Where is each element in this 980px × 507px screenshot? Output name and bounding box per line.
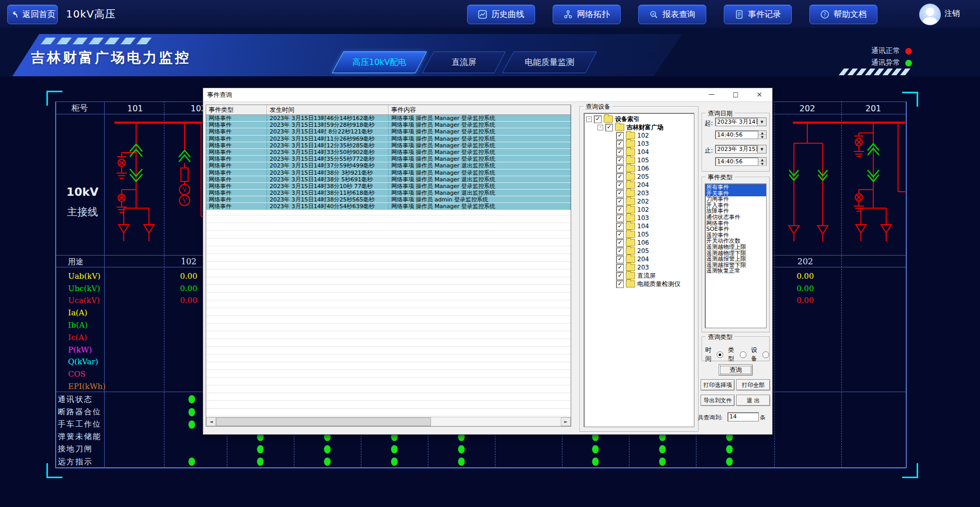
- tree-device-label[interactable]: 204: [637, 256, 649, 263]
- checkbox-checked[interactable]: ✓: [616, 272, 624, 280]
- nav-button-help-docs[interactable]: ? 帮助文档: [809, 5, 877, 24]
- user-avatar-icon[interactable]: [919, 4, 941, 25]
- tree-device-item[interactable]: ✓ 103: [586, 214, 694, 222]
- checkbox-checked[interactable]: ✓: [616, 157, 624, 164]
- tree-device-label[interactable]: 104: [637, 223, 649, 230]
- horizontal-scrollbar[interactable]: ◄ ►: [206, 417, 571, 426]
- event-type-option[interactable]: 遥测恢复正常: [705, 268, 766, 274]
- tab-power-quality[interactable]: 电能质量监测: [508, 52, 591, 73]
- checkbox-checked[interactable]: ✓: [605, 124, 613, 131]
- nav-button-network-topology[interactable]: 网络拓扑: [553, 5, 621, 24]
- tab-dc-panel[interactable]: 直流屏: [428, 52, 500, 73]
- radio-selected-icon[interactable]: [717, 351, 723, 358]
- checkbox-checked[interactable]: ✓: [616, 264, 624, 272]
- logout-button[interactable]: 注销: [944, 9, 960, 19]
- tree-device-label[interactable]: 205: [637, 247, 649, 255]
- event-table-row[interactable]: 网络事件 2023年 3月15日14时38分 3秒921毫秒 网络事项 操作员 …: [206, 170, 571, 176]
- dropdown-arrow-icon[interactable]: ▼: [758, 145, 767, 154]
- dialog-title-bar[interactable]: 事件查询 — □ ×: [203, 88, 772, 102]
- tree-device-item[interactable]: ✓ 105: [586, 230, 694, 239]
- to-time-value[interactable]: 14:40:56: [715, 157, 758, 166]
- result-count-field[interactable]: 14: [727, 412, 759, 421]
- checkbox-checked[interactable]: ✓: [616, 165, 624, 173]
- dropdown-arrow-icon[interactable]: ▼: [758, 117, 767, 126]
- checkbox-checked[interactable]: ✓: [616, 140, 624, 148]
- radio-option-type[interactable]: 类型: [728, 346, 746, 363]
- print-selected-button[interactable]: 打印选择项: [701, 379, 735, 391]
- tree-device-item[interactable]: ✓ 203: [586, 189, 694, 197]
- checkbox-checked[interactable]: ✓: [616, 148, 624, 156]
- tree-site-label[interactable]: 吉林财富广场: [626, 123, 663, 132]
- nav-button-event-records[interactable]: 事件记录: [724, 5, 792, 24]
- tree-device-item[interactable]: ✓ 202: [586, 197, 694, 206]
- tab-hv-10kv-distribution[interactable]: 高压10kV配电: [338, 52, 421, 73]
- checkbox-checked[interactable]: ✓: [616, 214, 624, 222]
- tree-device-label[interactable]: 103: [637, 214, 649, 222]
- back-home-button[interactable]: 返回首页: [7, 5, 58, 24]
- column-header-occur-time[interactable]: 发生时间: [267, 105, 389, 115]
- tree-device-item[interactable]: ✓ 104: [586, 148, 694, 156]
- checkbox-checked[interactable]: ✓: [616, 223, 624, 230]
- checkbox-checked[interactable]: ✓: [616, 206, 624, 214]
- radio-icon[interactable]: [740, 351, 746, 358]
- event-table-row[interactable]: 网络事件 2023年 3月15日14时 8分22秒121毫秒 网络事项 操作员 …: [206, 128, 571, 135]
- tree-device-label[interactable]: 105: [637, 231, 649, 238]
- tree-device-item[interactable]: ✓ 203: [586, 263, 694, 272]
- column-header-event-content[interactable]: 事件内容: [389, 105, 571, 115]
- tree-device-item[interactable]: ✓ 204: [586, 181, 694, 189]
- from-date-picker[interactable]: 2023年 3月14日 ▼: [715, 117, 767, 126]
- tree-device-label[interactable]: 105: [637, 157, 649, 164]
- spin-up-icon[interactable]: ▲: [758, 131, 766, 135]
- tree-device-label[interactable]: 电能质量检测仪: [637, 280, 680, 289]
- event-table-row[interactable]: 网络事件 2023年 3月15日13时46分14秒162毫秒 网络事项 操作员 …: [206, 115, 571, 122]
- tree-device-label[interactable]: 106: [637, 165, 649, 172]
- tree-device-label[interactable]: 204: [637, 181, 649, 189]
- checkbox-checked[interactable]: ✓: [616, 247, 624, 255]
- event-table-row[interactable]: 网络事件 2023年 3月15日14时11分26秒969毫秒 网络事项 操作员 …: [206, 136, 571, 142]
- event-table-row[interactable]: 网络事件 2023年 3月15日14时38分11秒618毫秒 网络事项 操作员 …: [206, 190, 571, 196]
- tree-device-item[interactable]: ✓ 102: [586, 131, 694, 140]
- tree-device-item[interactable]: ✓ 205: [586, 173, 694, 181]
- checkbox-checked[interactable]: ✓: [616, 181, 624, 189]
- scroll-left-icon[interactable]: ◄: [206, 417, 216, 426]
- tree-device-label[interactable]: 106: [637, 239, 649, 246]
- to-time-spinner[interactable]: 14:40:56 ▲▼: [715, 157, 767, 166]
- tree-device-item[interactable]: ✓ 106: [586, 239, 694, 247]
- tree-device-label[interactable]: 103: [637, 140, 649, 147]
- checkbox-checked[interactable]: ✓: [616, 173, 624, 181]
- export-file-button[interactable]: 导出到文件: [701, 395, 735, 406]
- event-table-row[interactable]: 网络事件 2023年 3月15日14时33分50秒902毫秒 网络事项 操作员 …: [206, 149, 571, 156]
- checkbox-checked[interactable]: ✓: [616, 231, 624, 239]
- tree-device-label[interactable]: 202: [637, 198, 649, 205]
- tree-device-label[interactable]: 102: [637, 132, 649, 139]
- radio-icon[interactable]: [762, 351, 769, 358]
- tree-device-item[interactable]: ✓ 105: [586, 156, 694, 164]
- column-header-event-type[interactable]: 事件类型: [206, 105, 267, 115]
- event-table-row[interactable]: 网络事件 2023年 3月15日14时38分25秒565毫秒 网络事项 操作员 …: [206, 196, 571, 203]
- print-all-button[interactable]: 打印全部: [736, 379, 770, 391]
- tree-device-label[interactable]: 203: [637, 190, 649, 197]
- event-table-row[interactable]: 网络事件 2023年 3月15日14时38分10秒 77毫秒 网络事项 操作员 …: [206, 183, 571, 190]
- from-time-value[interactable]: 14:40:56: [715, 130, 758, 139]
- checkbox-checked[interactable]: ✓: [616, 239, 624, 247]
- nav-button-report-query[interactable]: 报表查询: [638, 5, 706, 24]
- radio-option-device[interactable]: 设备: [751, 346, 769, 363]
- tree-device-label[interactable]: 102: [637, 206, 649, 213]
- checkbox-checked[interactable]: ✓: [616, 190, 624, 197]
- exit-button[interactable]: 退 出: [736, 395, 770, 406]
- checkbox-checked[interactable]: ✓: [594, 115, 602, 123]
- tree-root-label[interactable]: 设备索引: [615, 115, 640, 124]
- expander-icon[interactable]: -: [586, 116, 592, 122]
- event-type-listbox[interactable]: 所有事件开关事件刀闸事件开入事件故障事件通信状态事件网络事件SOE事件遥控事件开…: [705, 183, 767, 328]
- event-table-row[interactable]: 网络事件 2023年 3月15日14时37分59秒499毫秒 网络事项 操作员 …: [206, 162, 571, 169]
- tree-device-item[interactable]: ✓ 电能质量检测仪: [586, 280, 694, 288]
- close-button[interactable]: ×: [752, 90, 767, 99]
- tree-device-label[interactable]: 104: [637, 148, 649, 156]
- tree-root-row[interactable]: - ✓ 设备索引: [586, 115, 694, 123]
- tree-device-item[interactable]: ✓ 204: [586, 255, 694, 263]
- tree-device-item[interactable]: ✓ 104: [586, 222, 694, 230]
- event-table-row[interactable]: 网络事件 2023年 3月15日14时35分55秒772毫秒 网络事项 操作员 …: [206, 156, 571, 162]
- scroll-right-icon[interactable]: ►: [561, 417, 571, 426]
- to-date-value[interactable]: 2023年 3月15日: [715, 145, 758, 154]
- from-date-value[interactable]: 2023年 3月14日: [715, 117, 758, 126]
